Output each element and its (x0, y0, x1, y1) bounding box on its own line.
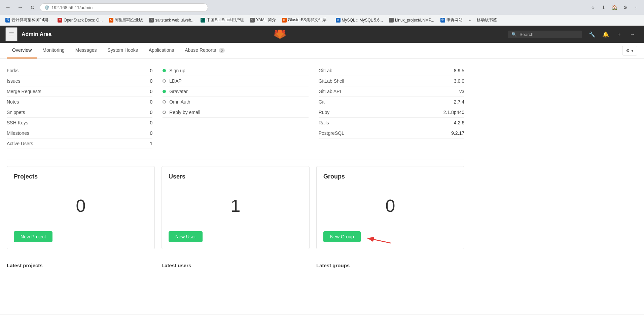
search-bar[interactable]: 🔍 (508, 31, 582, 38)
bookmark-6[interactable]: Y YAML 简介 (247, 16, 279, 24)
security-icon: 🛡️ (44, 5, 49, 10)
tab-system-hooks[interactable]: System Hooks (102, 43, 143, 58)
component-name-ldap: LDAP (169, 78, 182, 84)
download-icon[interactable]: ⬇ (599, 3, 608, 12)
stat-label-notes: Notes (7, 99, 19, 105)
component-signup: Sign up (163, 66, 308, 76)
status-dot-omniauth (163, 100, 166, 104)
bookmark-label-9: Linux_project/LNMP... (395, 18, 434, 23)
search-input[interactable] (520, 32, 579, 37)
bookmark-9[interactable]: L Linux_project/LNMP... (386, 16, 437, 24)
bookmark-label-5: 中国SaltStack用户组 (207, 17, 244, 23)
settings-button[interactable]: ⚙ ▾ (622, 46, 637, 55)
browser-actions: ☆ ⬇ 🏠 ⚙ ⋮ (588, 3, 641, 12)
stat-row-merge-requests: Merge Requests 0 (7, 86, 152, 97)
version-value-ruby: 2.1.8p440 (443, 110, 464, 115)
new-user-button[interactable]: New User (169, 231, 203, 242)
app-title[interactable]: Admin Area (22, 31, 51, 37)
bookmark-label-6: YAML 简介 (256, 17, 276, 23)
users-count: 1 (169, 186, 302, 226)
tab-messages[interactable]: Messages (70, 43, 102, 58)
back-button[interactable]: ← (3, 3, 13, 12)
main-content: Forks 0 Issues 0 Merge Requests 0 Notes … (0, 59, 471, 285)
stats-left-col: Forks 0 Issues 0 Merge Requests 0 Notes … (7, 66, 152, 149)
bookmark-favicon-7: G (282, 18, 287, 23)
tab-abuse-reports[interactable]: Abuse Reports 0 (179, 43, 230, 58)
sub-nav-tabs: Overview Monitoring Messages System Hook… (7, 43, 230, 58)
bookmark-7[interactable]: G GlusterFS集群文件系... (279, 16, 332, 24)
component-name-gravatar: Gravatar (169, 89, 187, 94)
new-project-button[interactable]: New Project (14, 231, 52, 242)
status-dot-signup (163, 69, 166, 72)
latest-section: Latest projects Latest users Latest grou… (7, 259, 464, 268)
bookmark-8[interactable]: M MySQL :: MySQL 5.6... (333, 16, 386, 24)
bell-icon-button[interactable]: 🔔 (600, 28, 612, 40)
stats-mid-col: Sign up LDAP Gravatar (163, 66, 308, 149)
tab-monitoring[interactable]: Monitoring (37, 43, 70, 58)
version-label-ruby: Ruby (319, 110, 330, 115)
stat-row-notes: Notes 0 (7, 97, 152, 107)
url-text: 192.168.56.11/admin (51, 5, 93, 10)
nav-icons: 🔧 🔔 + → (586, 28, 639, 40)
stat-label-merge-requests: Merge Requests (7, 89, 41, 94)
wrench-icon-button[interactable]: 🔧 (586, 28, 598, 40)
hamburger-button[interactable]: ☰ (5, 27, 17, 41)
stat-value-active-users: 1 (150, 141, 153, 146)
projects-card-title: Projects (14, 173, 148, 180)
stat-row-snippets: Snippets 0 (7, 107, 152, 118)
forward-button[interactable]: → (15, 3, 25, 12)
version-label-gitlab-api: GitLab API (319, 89, 341, 94)
gitlab-logo-container (56, 28, 504, 40)
version-value-gitlab: 8.9.5 (454, 68, 464, 73)
bookmark-favicon-5: 中 (201, 18, 205, 23)
tab-applications[interactable]: Applications (143, 43, 180, 58)
home-icon[interactable]: 🏠 (610, 3, 619, 12)
bookmark-label-mobile: 移动版书签 (477, 17, 497, 23)
bookmark-label-3: 阿里邮箱企业版 (115, 17, 143, 23)
browser-top-bar: ← → ↻ 🛡️ 192.168.56.11/admin ☆ ⬇ 🏠 ⚙ ⋮ (0, 0, 644, 15)
stat-value-merge-requests: 0 (150, 89, 153, 94)
version-row-gitlab-api: GitLab API v3 (319, 86, 464, 97)
status-dot-gravatar (163, 90, 166, 93)
users-card: Users 1 New User (162, 166, 310, 249)
stat-row-forks: Forks 0 (7, 66, 152, 76)
latest-users-title: Latest users (162, 263, 310, 268)
version-row-ruby: Ruby 2.1.8p440 (319, 107, 464, 118)
bookmark-favicon-1: 云 (5, 18, 10, 23)
menu-icon[interactable]: ⋮ (631, 3, 641, 12)
bookmark-icon[interactable]: ☆ (588, 3, 598, 12)
svg-line-1 (367, 238, 391, 243)
version-label-gitlab: GitLab (319, 68, 332, 73)
bookmark-favicon-8: M (336, 18, 341, 23)
component-ldap: LDAP (163, 76, 308, 86)
bookmark-label-2: OpenStack Docs: O... (64, 18, 103, 23)
plus-icon-button[interactable]: + (613, 28, 625, 40)
bookmark-mobile[interactable]: 移动版书签 (474, 16, 500, 24)
groups-card-title: Groups (323, 173, 457, 180)
tab-overview[interactable]: Overview (7, 43, 37, 58)
bookmark-5[interactable]: 中 中国SaltStack用户组 (198, 16, 247, 24)
refresh-button[interactable]: ↻ (28, 3, 37, 12)
bookmark-3[interactable]: M 阿里邮箱企业版 (106, 16, 146, 24)
bookmark-favicon-2: O (58, 18, 62, 23)
component-omniauth: OmniAuth (163, 97, 308, 107)
bookmark-4[interactable]: S saltstack web uiweb... (146, 16, 197, 24)
more-bookmarks[interactable]: » (466, 16, 474, 24)
sub-navigation: Overview Monitoring Messages System Hook… (0, 43, 644, 59)
stat-value-issues: 0 (150, 78, 153, 84)
top-navbar: ☰ Admin Area 🔍 🔧 🔔 + → (0, 26, 644, 43)
stat-label-milestones: Milestones (7, 130, 29, 136)
stat-row-issues: Issues 0 (7, 76, 152, 86)
extensions-icon[interactable]: ⚙ (620, 3, 630, 12)
groups-card-footer: New Group (323, 231, 457, 242)
stat-label-snippets: Snippets (7, 110, 25, 115)
component-left-omniauth: OmniAuth (163, 99, 190, 105)
url-bar[interactable]: 🛡️ 192.168.56.11/admin (40, 3, 208, 12)
bookmark-10[interactable]: 申 申诉网站 (438, 16, 465, 24)
bookmark-1[interactable]: 云 云计算与架构师14期... (3, 16, 54, 24)
new-group-button[interactable]: New Group (323, 231, 361, 242)
bookmark-2[interactable]: O OpenStack Docs: O... (55, 16, 105, 24)
users-card-title: Users (169, 173, 302, 180)
signout-icon-button[interactable]: → (627, 28, 639, 40)
stat-value-ssh-keys: 0 (150, 120, 153, 125)
